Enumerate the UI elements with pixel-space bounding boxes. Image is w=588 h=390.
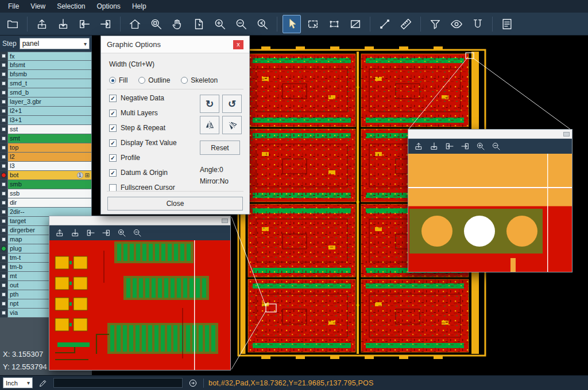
menu-view[interactable]: View	[25, 1, 51, 12]
dialog-close-button[interactable]: x	[233, 40, 243, 49]
layer-name-cell[interactable]: ssb	[7, 189, 92, 198]
magnifier1-content[interactable]	[49, 240, 230, 370]
window-restore-icon[interactable]	[563, 132, 570, 136]
box-arrow-down-button[interactable]	[70, 228, 80, 238]
layer-checkbox[interactable]	[2, 201, 6, 205]
layer-row-dir[interactable]: dir	[0, 198, 92, 208]
layer-row-ssb[interactable]: ssb	[0, 189, 92, 198]
box-arrow-up-button[interactable]	[413, 141, 424, 151]
layer-row-smb[interactable]: smb	[0, 180, 92, 189]
radio-fill[interactable]: Fill	[109, 76, 127, 84]
home-button[interactable]	[126, 15, 144, 33]
command-input[interactable]	[53, 378, 183, 388]
layer-name-cell[interactable]: bfsmt	[7, 61, 92, 70]
box-arrow-up-button[interactable]	[55, 228, 65, 238]
radio-outline[interactable]: Outline	[138, 76, 170, 84]
layer-name-cell[interactable]: dir	[7, 198, 92, 208]
rotate-ccw-button[interactable]: ↺	[222, 95, 242, 113]
zoom-in-button[interactable]	[117, 228, 127, 238]
zoom-prev-button[interactable]	[253, 15, 272, 33]
layer-row-bfsmt[interactable]: bfsmt	[0, 61, 92, 70]
marquee-button[interactable]	[304, 15, 322, 33]
hand-pan-button[interactable]	[168, 15, 187, 33]
layer-checkbox[interactable]	[2, 182, 6, 186]
layer-row-bot[interactable]: bot1⊞	[0, 171, 92, 180]
dialog-titlebar[interactable]: Graphic Options x	[101, 36, 249, 53]
box-arrow-down-button[interactable]	[429, 141, 439, 151]
zoom-in-button[interactable]	[475, 141, 486, 151]
window-restore-icon[interactable]	[222, 219, 228, 223]
layer-row-l3-1[interactable]: l3+1	[0, 116, 92, 125]
layer-name-cell[interactable]: l3+1	[7, 116, 92, 125]
layer-name-cell[interactable]: smb	[7, 180, 92, 189]
magnifier-window-2[interactable]	[408, 129, 572, 272]
layer-name-cell[interactable]: layer_3.gbr	[7, 98, 92, 107]
checkbox-multi-layers[interactable]: ✓ Multi Layers	[109, 108, 177, 118]
box-arrow-right-button[interactable]	[96, 15, 115, 33]
layer-checkbox[interactable]	[2, 274, 6, 278]
layer-checkbox[interactable]	[2, 63, 6, 67]
radio-skeleton[interactable]: Skeleton	[181, 76, 218, 84]
layer-row-bfsmb[interactable]: bfsmb	[0, 70, 92, 79]
layer-checkbox[interactable]	[2, 265, 6, 269]
layer-name-cell[interactable]: l3	[7, 162, 92, 171]
layer-checkbox[interactable]	[2, 72, 6, 76]
layer-checkbox[interactable]	[2, 54, 6, 58]
diag-line-button[interactable]	[376, 15, 394, 33]
magnifier2-content[interactable]	[408, 154, 572, 272]
box-arrow-down-button[interactable]	[54, 15, 72, 33]
magnifier2-titlebar[interactable]	[408, 130, 572, 139]
layer-checkbox[interactable]	[2, 283, 6, 287]
layer-row-sst[interactable]: sst	[0, 125, 92, 134]
transform-rect-button[interactable]	[325, 15, 343, 33]
layer-checkbox[interactable]	[2, 155, 6, 159]
menu-file[interactable]: File	[2, 1, 25, 12]
layer-checkbox[interactable]	[2, 91, 6, 95]
refresh-icon[interactable]	[187, 377, 199, 389]
measure-square-button[interactable]	[346, 15, 365, 33]
layer-checkbox[interactable]	[2, 228, 6, 232]
layer-name-cell[interactable]: smd_t	[7, 79, 92, 88]
layer-row-smt[interactable]: smt	[0, 134, 92, 143]
checkbox-datum-origin[interactable]: ✓ Datum & Origin	[109, 168, 177, 177]
zoom-area-button[interactable]	[147, 15, 165, 33]
rotate-cw-button[interactable]: ↻	[200, 95, 219, 113]
zoom-out-button[interactable]	[132, 228, 142, 238]
layer-checkbox[interactable]	[2, 164, 6, 168]
layer-checkbox[interactable]	[2, 192, 6, 196]
layer-name-cell[interactable]: smd_b	[7, 88, 92, 98]
menu-selection[interactable]: Selection	[51, 1, 91, 12]
layer-checkbox[interactable]	[2, 210, 6, 214]
folder-open-button[interactable]	[3, 15, 22, 33]
reset-button[interactable]: Reset	[200, 141, 240, 155]
layer-checkbox[interactable]	[2, 118, 6, 122]
eye-button[interactable]	[447, 15, 466, 33]
layer-name-cell[interactable]: top	[7, 143, 92, 153]
layer-row-l2-1[interactable]: l2+1	[0, 107, 92, 116]
menu-help[interactable]: Help	[126, 1, 152, 12]
magnifier1-titlebar[interactable]	[49, 216, 230, 225]
notes-button[interactable]	[498, 15, 516, 33]
layer-checkbox[interactable]	[2, 100, 6, 104]
mirror-d-button[interactable]	[222, 116, 242, 134]
layer-checkbox[interactable]	[2, 302, 6, 306]
grid-icon[interactable]: ⊞	[85, 173, 90, 178]
page-select-button[interactable]	[189, 15, 208, 33]
checkbox-step-repeat[interactable]: ✓ Step & Repeat	[109, 123, 177, 132]
zoom-out-button[interactable]	[232, 15, 250, 33]
box-arrow-right-button[interactable]	[101, 228, 111, 238]
trace-u-button[interactable]	[469, 15, 487, 33]
ruler-button[interactable]	[397, 15, 415, 33]
layer-row-smd-t[interactable]: smd_t	[0, 79, 92, 88]
zoom-out-button[interactable]	[491, 141, 501, 151]
box-arrow-left-button[interactable]	[444, 141, 455, 151]
layer-checkbox[interactable]	[2, 127, 6, 131]
funnel-button[interactable]	[426, 15, 444, 33]
box-arrow-left-button[interactable]	[86, 228, 96, 238]
layer-checkbox[interactable]	[2, 136, 6, 141]
box-arrow-right-button[interactable]	[460, 141, 470, 151]
menu-options[interactable]: Options	[91, 1, 126, 12]
zoom-in-button[interactable]	[211, 15, 229, 33]
cursor-arrow-button[interactable]	[283, 15, 301, 33]
layer-row-l2[interactable]: l2	[0, 153, 92, 162]
